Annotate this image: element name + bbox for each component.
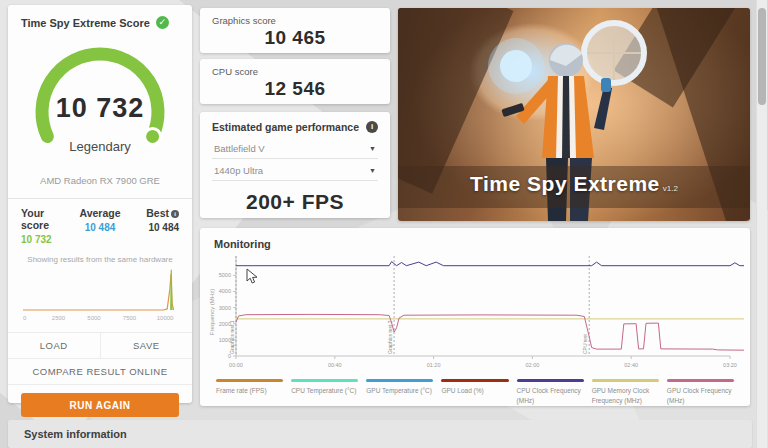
legend-swatch	[291, 379, 358, 382]
legend-label: Frame rate (FPS)	[216, 386, 283, 396]
stat-average: Average 10 484	[74, 207, 127, 245]
game-select[interactable]: Battlefield V ▼	[212, 137, 378, 159]
hist-xtick: 10000	[157, 315, 174, 321]
preset-select[interactable]: 1440p Ultra ▼	[212, 159, 378, 181]
hist-xtick: 2500	[52, 315, 66, 321]
estimated-fps: 200+ FPS	[200, 190, 390, 214]
scrollbar-thumb[interactable]	[758, 8, 766, 105]
legend-label: GPU Memory Clock Frequency (MHz)	[592, 386, 659, 406]
load-save-row: LOAD SAVE	[8, 332, 192, 359]
legend-swatch	[216, 379, 283, 382]
legend-item[interactable]: GPU Clock Frequency (MHz)	[663, 379, 738, 406]
hist-series-your-score-marker	[171, 270, 172, 310]
hist-series-same-hardware-distribution	[23, 274, 174, 310]
histogram-note: Showing results from the same hardware	[8, 255, 192, 264]
run-again-button[interactable]: RUN AGAIN	[21, 393, 179, 417]
system-information-bar[interactable]: System information	[8, 420, 752, 448]
y-tick-label: 3000	[219, 305, 231, 311]
legend-swatch	[517, 379, 584, 382]
save-button[interactable]: SAVE	[101, 333, 193, 358]
monitoring-title: Monitoring	[200, 228, 750, 250]
legend-swatch	[441, 379, 508, 382]
load-button[interactable]: LOAD	[8, 333, 101, 358]
info-icon[interactable]: i	[366, 121, 378, 133]
series-CPU Clock Frequency (MHz)	[236, 262, 744, 266]
graphics-score-label: Graphics score	[200, 8, 390, 26]
legend-label: GPU Clock Frequency (MHz)	[667, 386, 734, 406]
chevron-down-icon: ▼	[369, 167, 376, 174]
overall-score: 10 732	[8, 93, 192, 124]
legend-label: GPU Load (%)	[441, 386, 508, 396]
legend-item[interactable]: Frame rate (FPS)	[212, 379, 287, 406]
x-tick-label: 02:40	[624, 362, 638, 368]
hardware-name: AMD Radeon RX 7900 GRE	[8, 175, 192, 186]
best-info-icon[interactable]: i	[171, 210, 179, 218]
stat-best: Besti 10 484	[126, 207, 179, 245]
legend-swatch	[592, 379, 659, 382]
mouse-cursor	[246, 268, 258, 284]
y-axis-label: Frequency (MHz)	[209, 289, 215, 335]
graphics-score-value: 10 465	[200, 27, 390, 49]
legend-item[interactable]: CPU Temperature (°C)	[287, 379, 362, 406]
hero-version: v1.2	[663, 184, 678, 193]
chevron-down-icon: ▼	[369, 145, 376, 152]
valid-result-check-icon: ✓	[156, 16, 169, 29]
legend-swatch	[667, 379, 734, 382]
cpu-score-card: CPU score 12 546	[200, 59, 390, 104]
score-panel-title: Time Spy Extreme Score	[21, 17, 150, 29]
series-GPU Clock Frequency (MHz)	[236, 314, 744, 350]
x-tick-label: 00:40	[328, 362, 342, 368]
legend-label: GPU Temperature (°C)	[366, 386, 433, 396]
y-tick-label: 4000	[219, 288, 231, 294]
x-tick-label: 03:20	[723, 362, 737, 368]
graphics-score-card: Graphics score 10 465	[200, 8, 390, 53]
x-tick-label: 01:20	[427, 362, 441, 368]
y-tick-label: 5000	[219, 272, 231, 278]
page-scrollbar[interactable]	[756, 0, 767, 448]
legend-swatch	[366, 379, 433, 382]
monitoring-chart[interactable]: 010002000300040005000Frequency (MHz)00:0…	[206, 252, 744, 378]
hist-xtick: 7500	[123, 315, 137, 321]
legend-item[interactable]: GPU Load (%)	[437, 379, 512, 406]
hist-xtick: 0	[23, 315, 27, 321]
cpu-score-value: 12 546	[200, 78, 390, 100]
hist-xtick: 5000	[87, 315, 101, 321]
system-information-label: System information	[8, 428, 127, 440]
hero-title-wrap: Time Spy Extremev1.2	[398, 172, 750, 196]
x-tick-label: 00:00	[229, 362, 243, 368]
score-gauge: 10 732 Legendary	[8, 35, 192, 163]
cpu-score-label: CPU score	[200, 59, 390, 77]
game-performance-card: Estimated game performance i Battlefield…	[200, 112, 390, 218]
benchmark-hero-image: Time Spy Extremev1.2	[398, 8, 750, 221]
score-stats: Your score 10 732 Average 10 484 Besti 1…	[8, 199, 192, 245]
app-window: Time Spy Extreme Score ✓ 10 732 Legendar…	[0, 0, 768, 448]
legend-label: CPU Clock Frequency (MHz)	[517, 386, 584, 406]
score-distribution-chart: 025005000750010000	[19, 268, 181, 324]
score-panel: Time Spy Extreme Score ✓ 10 732 Legendar…	[8, 5, 192, 403]
legend-item[interactable]: GPU Temperature (°C)	[362, 379, 437, 406]
event-label: Graphics test 1	[229, 320, 235, 354]
legend-item[interactable]: CPU Clock Frequency (MHz)	[513, 379, 588, 406]
score-grade: Legendary	[8, 139, 192, 154]
event-label: CPU test	[582, 333, 588, 354]
monitoring-legend: Frame rate (FPS)CPU Temperature (°C)GPU …	[200, 379, 750, 406]
game-performance-title: Estimated game performance	[212, 121, 359, 133]
hero-title: Time Spy Extreme	[470, 172, 660, 195]
legend-label: CPU Temperature (°C)	[291, 386, 358, 396]
compare-result-online-button[interactable]: COMPARE RESULT ONLINE	[8, 359, 192, 385]
x-tick-label: 02:00	[526, 362, 540, 368]
legend-item[interactable]: GPU Memory Clock Frequency (MHz)	[588, 379, 663, 406]
stat-your-score: Your score 10 732	[21, 207, 74, 245]
monitoring-panel: Monitoring 010002000300040005000Frequenc…	[200, 228, 750, 406]
